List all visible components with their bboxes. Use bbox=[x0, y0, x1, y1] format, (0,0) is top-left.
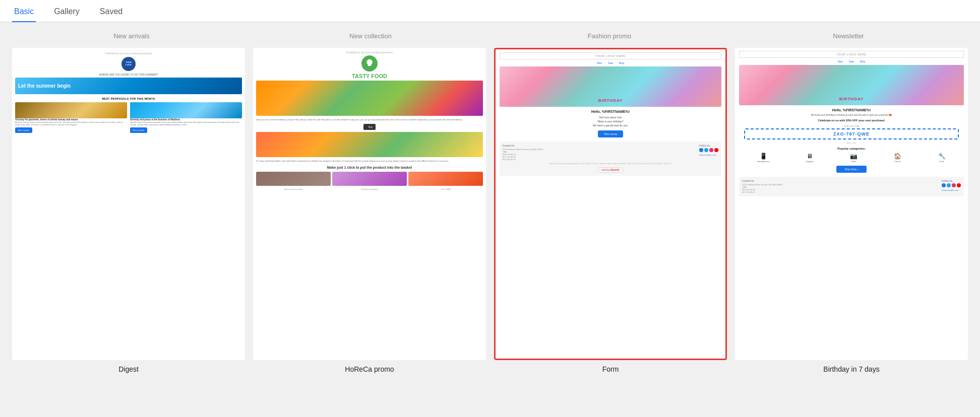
bday-youtube-icon[interactable] bbox=[957, 183, 961, 187]
category-labels: New arrivals New collection Fashion prom… bbox=[12, 30, 968, 42]
category-label-4: Newsletter bbox=[729, 30, 968, 42]
horeca-grid-img-2 bbox=[332, 172, 407, 186]
main-content: New arrivals New collection Fashion prom… bbox=[0, 22, 980, 417]
digest-img-maldives bbox=[130, 102, 242, 118]
bday-footer: Contact Us 101 Southwest Blvd, Kansas Ci… bbox=[739, 177, 964, 196]
horeca-buy-button[interactable]: Buy bbox=[363, 124, 376, 130]
template-horeca-wrapper: Profitable for the most exciting promoti… bbox=[253, 48, 486, 373]
form-footer: Contact Us 101 Southwest Blvd, Kansas Ci… bbox=[500, 142, 721, 176]
form-logo: YOUR LOGO HERE bbox=[500, 52, 721, 59]
horeca-captions: jamon and prosciutto Cereals and grains … bbox=[256, 188, 483, 190]
template-card-form[interactable]: YOUR LOGO HERE New Sale Blog Hello, %FIR… bbox=[494, 48, 727, 360]
form-social-icons bbox=[699, 148, 718, 152]
bday-website[interactable]: easy.example.com bbox=[942, 189, 961, 191]
tab-basic[interactable]: Basic bbox=[12, 2, 36, 22]
form-survey-button[interactable]: Take survey bbox=[598, 130, 624, 137]
bday-shop-button[interactable]: Shop Now » bbox=[836, 166, 866, 173]
horeca-cap-1: jamon and prosciutto bbox=[256, 188, 331, 190]
form-esputnik: sent by eSputnik bbox=[503, 167, 718, 173]
bday-nav: New Sale Blog bbox=[739, 60, 964, 63]
template-name-birthday: Birthday in 7 days bbox=[735, 365, 968, 373]
horeca-grid-img-3 bbox=[408, 172, 483, 186]
template-form-wrapper: YOUR LOGO HERE New Sale Blog Hello, %FIR… bbox=[494, 48, 727, 373]
bday-icons-row: 📱 Smartphones 🖥 Gadgets 📷 Photo 🏠 bbox=[739, 153, 964, 163]
digest-banner-text: Let the summer begin bbox=[18, 83, 239, 89]
digest-cap-2: Serenity and peace at the beaches of Mal… bbox=[130, 118, 242, 121]
template-name-digest: Digest bbox=[12, 365, 245, 373]
horeca-body-text: Have you ever used food delivery service… bbox=[256, 118, 483, 121]
horeca-cap-3: set for BBQ bbox=[408, 188, 483, 190]
form-nav-blog[interactable]: Blog bbox=[619, 61, 624, 64]
category-label-1: New arrivals bbox=[12, 30, 251, 42]
bday-icon-photo: 📷 Photo bbox=[850, 153, 858, 163]
bday-popular: Popular categories: bbox=[739, 147, 964, 150]
category-label-3: Fashion promo bbox=[490, 30, 729, 42]
form-nav-sale[interactable]: Sale bbox=[608, 61, 613, 64]
instagram-icon[interactable] bbox=[709, 148, 713, 152]
form-follow: Follow Us www.example.com bbox=[699, 145, 718, 161]
bday-instagram-icon[interactable] bbox=[952, 183, 956, 187]
form-website[interactable]: www.example.com bbox=[699, 154, 718, 156]
form-unsubscribe: You are receiving this email because you… bbox=[503, 163, 718, 165]
bday-logo: YOUR LOGO HERE bbox=[739, 51, 964, 58]
horeca-grid-img-1 bbox=[256, 172, 331, 186]
template-card-digest[interactable]: Profitable for the most exciting promoti… bbox=[12, 48, 245, 360]
horeca-promo: Profitable for the most exciting promoti… bbox=[256, 51, 483, 54]
horeca-grid bbox=[256, 172, 483, 186]
digest-btn-2[interactable]: More details bbox=[130, 127, 147, 133]
youtube-icon[interactable] bbox=[714, 148, 718, 152]
digest-promo: Profitable for the most exciting promoti… bbox=[15, 52, 242, 55]
bday-icon-house: 🏠 House bbox=[894, 153, 901, 163]
horeca-logo-text: TASTY FOOD bbox=[256, 73, 483, 79]
bday-contact: Contact Us 101 Southwest Blvd, Kansas Ci… bbox=[742, 180, 783, 193]
tabs-bar: Basic Gallery Saved bbox=[0, 0, 980, 22]
horeca-cats-text: For easy searching facilities and meals … bbox=[256, 160, 483, 163]
tab-gallery[interactable]: Gallery bbox=[52, 2, 82, 22]
bday-nav-new[interactable]: New bbox=[838, 60, 843, 63]
form-body: Tell more about You! When is your birthd… bbox=[500, 115, 721, 127]
bday-icon-tools: 🔧 Tools bbox=[938, 153, 946, 163]
bday-birthday-image bbox=[739, 65, 964, 105]
horeca-food-image bbox=[256, 81, 483, 116]
template-card-horeca[interactable]: Profitable for the most exciting promoti… bbox=[253, 48, 486, 360]
twitter-icon[interactable] bbox=[704, 148, 708, 152]
digest-logo: YOURLOGO bbox=[121, 57, 136, 71]
tab-saved[interactable]: Saved bbox=[98, 2, 125, 22]
bday-add-faves[interactable]: Add it here bbox=[739, 142, 964, 144]
bday-follow: Follow Us easy.example.com bbox=[942, 180, 961, 193]
bday-code-value: ZXO-787-QWE bbox=[749, 131, 954, 136]
horeca-cats-image bbox=[256, 132, 483, 157]
digest-heading: WHERE ARE YOU GOING TO GO THIS SUMMER? bbox=[15, 73, 242, 76]
bday-code-label: Grab your code bbox=[739, 125, 964, 127]
template-card-birthday[interactable]: YOUR LOGO HERE New Sale Blog Hello, %FIR… bbox=[735, 48, 968, 360]
category-label-2: New collection bbox=[251, 30, 490, 42]
digest-col-2: Serenity and peace at the beaches of Mal… bbox=[130, 102, 242, 133]
digest-img-tuscany bbox=[15, 102, 127, 118]
digest-section-title: BEST PROPOSALS FOR THIS MONTH bbox=[15, 97, 242, 100]
facebook-icon[interactable] bbox=[699, 148, 703, 152]
form-nav-new[interactable]: New bbox=[597, 61, 602, 64]
form-birthday-image bbox=[500, 66, 721, 107]
digest-cap-1: Tuscany for gourmets, lovers of artistic… bbox=[15, 118, 127, 121]
cards-row: Profitable for the most exciting promoti… bbox=[12, 48, 968, 373]
bday-nav-blog[interactable]: Blog bbox=[860, 60, 865, 63]
form-nav: New Sale Blog bbox=[500, 61, 721, 64]
template-birthday-wrapper: YOUR LOGO HERE New Sale Blog Hello, %FIR… bbox=[735, 48, 968, 373]
bday-icon-gadgets: 🖥 Gadgets bbox=[806, 153, 813, 163]
bday-nav-sale[interactable]: Sale bbox=[849, 60, 854, 63]
bday-celebrate: Celebrate on us with 20% OFF your next p… bbox=[739, 119, 964, 122]
digest-col-1: Tuscany for gourmets, lovers of artistic… bbox=[15, 102, 127, 133]
form-hello: Hello, %FIRSTNAME%! bbox=[500, 110, 721, 113]
horeca-click-text: Make just 1 click to put the product int… bbox=[256, 165, 483, 170]
form-contact: Contact Us 101 Southwest Blvd, Kansas Ci… bbox=[503, 145, 543, 161]
template-name-form: Form bbox=[494, 365, 727, 373]
bday-social-icons bbox=[942, 183, 961, 187]
bday-twitter-icon[interactable] bbox=[947, 183, 951, 187]
bday-facebook-icon[interactable] bbox=[942, 183, 946, 187]
bday-code-box: ZXO-787-QWE bbox=[744, 128, 959, 140]
digest-text-2: A gentle ocean with pristine underwater … bbox=[130, 121, 242, 126]
bday-hello: Hello, %FIRSTNAME%! bbox=[739, 108, 964, 112]
bday-icon-smartphones: 📱 Smartphones bbox=[757, 153, 769, 163]
bday-body: We know your birthday is coming up soon … bbox=[739, 113, 964, 117]
digest-btn-1[interactable]: More details bbox=[15, 127, 32, 133]
